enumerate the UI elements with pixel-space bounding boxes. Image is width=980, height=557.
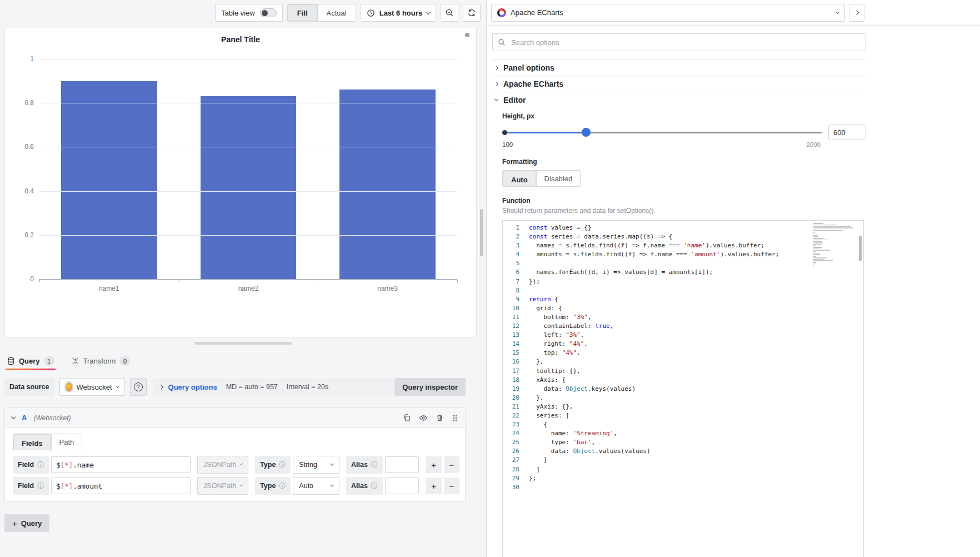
line-number: 20 xyxy=(503,394,519,402)
info-icon: ⓘ xyxy=(279,460,286,470)
formatting-disabled-option[interactable]: Disabled xyxy=(537,171,581,186)
query-datasource-hint: (Websocket) xyxy=(33,414,71,422)
field-row: Fieldⓘ $[*].name JSONPath Typeⓘ String A… xyxy=(13,456,459,474)
bar xyxy=(61,81,157,279)
actual-button[interactable]: Actual xyxy=(318,4,356,21)
alias-input[interactable] xyxy=(385,478,419,494)
field-label: Fieldⓘ xyxy=(13,456,49,474)
duplicate-query-icon[interactable] xyxy=(403,414,411,422)
alias-label: Aliasⓘ xyxy=(346,456,383,474)
left-pane-scrollbar[interactable] xyxy=(480,209,483,256)
hide-query-icon[interactable] xyxy=(419,414,428,422)
remove-field-button[interactable]: − xyxy=(444,456,459,473)
height-input[interactable] xyxy=(828,125,866,140)
line-number: 18 xyxy=(503,376,519,385)
drag-handle-icon[interactable] xyxy=(452,414,458,422)
code-line: 1const values = {} xyxy=(503,223,863,232)
parser-select[interactable]: JSONPath xyxy=(197,456,248,474)
remove-field-button[interactable]: − xyxy=(444,478,459,494)
field-path-input[interactable]: $[*].name xyxy=(51,456,191,473)
clock-icon xyxy=(367,9,375,17)
chevron-right-icon xyxy=(854,10,859,14)
echarts-logo-icon xyxy=(497,8,506,17)
code-line: 19 data: Object.keys(values) xyxy=(503,385,863,394)
query-card-header[interactable]: A (Websocket) xyxy=(5,408,465,428)
fill-actual-segment: Fill Actual xyxy=(287,4,356,22)
table-view-switch[interactable] xyxy=(260,8,277,17)
chevron-down-icon xyxy=(836,9,839,13)
field-label: Fieldⓘ xyxy=(13,477,49,495)
time-range-picker[interactable]: Last 6 hours xyxy=(361,4,436,22)
options-search[interactable] xyxy=(492,33,866,51)
section-apache-echarts[interactable]: Apache ECharts xyxy=(492,76,866,92)
horizontal-resize-handle[interactable] xyxy=(194,342,292,345)
section-editor[interactable]: Editor xyxy=(492,92,866,108)
code-line: 6 names.forEach((d, i) => values[d] = am… xyxy=(503,268,863,277)
query-inspector-button[interactable]: Query inspector xyxy=(394,378,466,396)
add-field-button[interactable]: + xyxy=(426,456,441,473)
formatting-label: Formatting xyxy=(502,158,866,166)
database-icon xyxy=(7,357,15,365)
code-line: 22 series: [ xyxy=(503,411,863,420)
tab-fields[interactable]: Fields xyxy=(13,434,51,450)
y-axis-label: 1 xyxy=(30,55,34,63)
tab-query-label: Query xyxy=(19,357,40,365)
plus-icon: + xyxy=(12,519,17,528)
panel-type-select[interactable]: Apache ECharts xyxy=(491,4,845,22)
parser-select[interactable]: JSONPath xyxy=(197,477,248,495)
type-select[interactable]: Auto xyxy=(293,477,339,495)
collapse-pane-button[interactable] xyxy=(849,4,864,22)
code-line: 12 containLabel: true, xyxy=(503,322,863,331)
line-number: 12 xyxy=(503,322,519,331)
datasource-help-button[interactable]: ? xyxy=(130,378,147,396)
tab-transform[interactable]: Transform 0 xyxy=(70,356,132,370)
type-select[interactable]: String xyxy=(293,456,339,474)
formatting-auto-option[interactable]: Auto xyxy=(503,171,536,187)
alias-input[interactable] xyxy=(385,456,419,473)
refresh-icon xyxy=(467,8,476,17)
field-path-input[interactable]: $[*].amount xyxy=(51,478,191,494)
query-ref-id: A xyxy=(22,414,27,422)
datasource-select[interactable]: Websocket xyxy=(59,378,125,396)
alias-label: Aliasⓘ xyxy=(346,477,383,495)
code-minimap[interactable] xyxy=(813,223,855,268)
info-icon: ⓘ xyxy=(37,481,44,491)
table-view-label: Table view xyxy=(221,9,255,17)
height-label: Height, px xyxy=(502,112,866,120)
help-icon: ? xyxy=(134,382,143,391)
delete-query-icon[interactable] xyxy=(436,414,444,422)
height-slider[interactable] xyxy=(502,128,822,137)
zoom-out-button[interactable] xyxy=(441,4,458,22)
section-panel-options[interactable]: Panel options xyxy=(492,59,866,76)
options-search-input[interactable] xyxy=(510,38,861,47)
panel-type-value: Apache ECharts xyxy=(511,8,563,17)
code-line: 28 ] xyxy=(503,465,863,474)
slider-min-label: 100 xyxy=(502,141,513,148)
fill-button[interactable]: Fill xyxy=(288,4,317,21)
code-line: 9return { xyxy=(503,295,863,304)
refresh-button[interactable] xyxy=(463,4,481,22)
query-options-link[interactable]: Query options xyxy=(168,383,217,391)
add-field-button[interactable]: + xyxy=(426,478,441,494)
chart-panel: Panel Title 10.80.60.40.20 name1name2nam… xyxy=(4,28,477,337)
add-query-button[interactable]: + Query xyxy=(4,514,49,532)
formatting-radio-group: Auto Disabled xyxy=(502,170,581,187)
x-axis-ticks xyxy=(39,280,457,282)
line-number: 25 xyxy=(503,438,519,447)
info-icon: ⓘ xyxy=(371,460,378,470)
y-axis-label: 0.2 xyxy=(24,231,34,239)
slider-handle[interactable] xyxy=(582,128,591,137)
tab-path[interactable]: Path xyxy=(52,434,82,450)
function-code-editor[interactable]: 1const values = {}2const series = data.s… xyxy=(502,220,864,557)
interval-text: Interval = 20s xyxy=(287,383,328,391)
tab-query[interactable]: Query 1 xyxy=(6,356,56,370)
info-icon: ⓘ xyxy=(279,481,286,491)
code-line: 27 } xyxy=(503,456,863,465)
collapse-chevron-icon[interactable] xyxy=(11,415,16,419)
editor-scrollbar[interactable] xyxy=(859,236,862,261)
transform-count-badge: 0 xyxy=(119,356,130,366)
grid-line xyxy=(39,147,457,147)
code-line: 8 xyxy=(503,286,863,295)
line-number: 29 xyxy=(503,474,519,483)
bar xyxy=(339,89,436,279)
